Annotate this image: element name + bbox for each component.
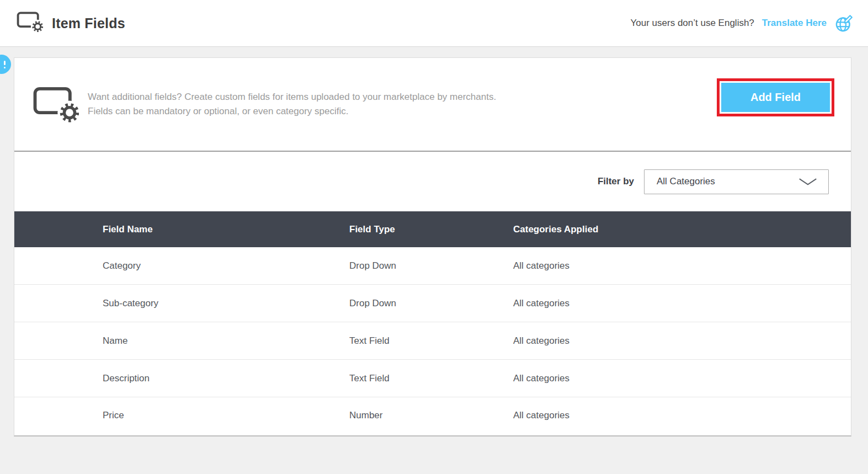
- intro-section: Want additional fields? Create custom fi…: [14, 58, 851, 152]
- cell-field-name: Category: [103, 260, 349, 271]
- cell-field-name: Description: [103, 373, 349, 384]
- column-header-field-type: Field Type: [349, 224, 513, 235]
- intro-description: Want additional fields? Create custom fi…: [88, 90, 496, 119]
- cell-categories-applied: All categories: [513, 298, 851, 309]
- table-header-row: Field Name Field Type Categories Applied: [14, 211, 851, 247]
- cell-categories-applied: All categories: [513, 373, 851, 384]
- category-filter-selected: All Categories: [657, 176, 715, 187]
- chevron-down-icon: [798, 178, 817, 186]
- filter-by-label: Filter by: [598, 176, 634, 187]
- add-field-highlight-box: Add Field: [717, 78, 834, 116]
- cell-field-name: Sub-category: [103, 298, 349, 309]
- cell-categories-applied: All categories: [513, 335, 851, 347]
- category-filter-dropdown[interactable]: All Categories: [644, 169, 829, 194]
- cell-field-type: Text Field: [349, 373, 513, 384]
- cell-field-type: Number: [349, 410, 513, 421]
- column-header-field-name: Field Name: [103, 224, 349, 235]
- item-fields-gear-icon: [17, 11, 43, 35]
- title-group: Item Fields: [17, 11, 125, 35]
- table-body: Category Drop Down All categories Sub-ca…: [14, 247, 851, 434]
- cell-categories-applied: All categories: [513, 410, 851, 421]
- intro-description-line1: Want additional fields? Create custom fi…: [88, 90, 496, 104]
- filter-row: Filter by All Categories: [14, 152, 851, 211]
- cell-field-type: Drop Down: [349, 260, 513, 271]
- translate-area: Your users don’t use English? Translate …: [631, 14, 854, 33]
- table-row[interactable]: Name Text Field All categories: [14, 322, 851, 360]
- add-field-button[interactable]: Add Field: [721, 83, 830, 112]
- table-row[interactable]: Description Text Field All categories: [14, 360, 851, 397]
- table-row[interactable]: Sub-category Drop Down All categories: [14, 285, 851, 322]
- globe-pencil-icon[interactable]: [834, 14, 854, 33]
- table-row[interactable]: Category Drop Down All categories: [14, 247, 851, 285]
- table-row[interactable]: Price Number All categories: [14, 397, 851, 434]
- intro-description-line2: Fields can be mandatory or optional, or …: [88, 104, 496, 119]
- fields-table: Field Name Field Type Categories Applied…: [14, 211, 851, 434]
- cell-field-name: Name: [103, 335, 349, 347]
- translate-here-link[interactable]: Translate Here: [762, 18, 827, 29]
- topbar: Item Fields Your users don’t use English…: [0, 0, 868, 47]
- cell-field-name: Price: [103, 410, 349, 421]
- column-header-categories-applied: Categories Applied: [513, 224, 851, 235]
- cell-field-type: Drop Down: [349, 298, 513, 309]
- translate-prompt: Your users don’t use English?: [631, 18, 754, 29]
- item-fields-card: Want additional fields? Create custom fi…: [14, 57, 851, 436]
- cell-field-type: Text Field: [349, 335, 513, 347]
- item-fields-gear-icon: [33, 86, 79, 126]
- chat-bubble-widget[interactable]: [0, 55, 11, 74]
- chat-bubble-icon: [3, 61, 7, 68]
- page-title: Item Fields: [52, 15, 125, 31]
- cell-categories-applied: All categories: [513, 260, 851, 271]
